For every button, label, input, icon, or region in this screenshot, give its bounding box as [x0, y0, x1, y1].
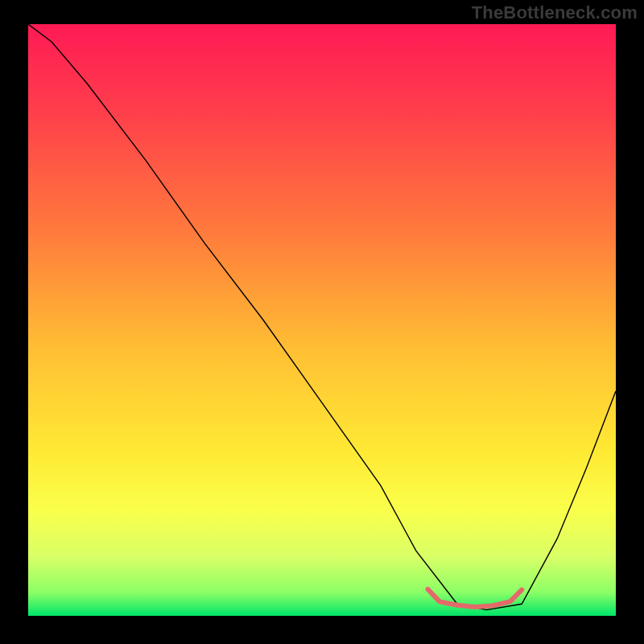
watermark-text: TheBottleneck.com: [472, 2, 638, 23]
gradient-background: [28, 24, 616, 616]
chart-frame: TheBottleneck.com: [0, 0, 644, 644]
chart-svg: [28, 24, 616, 616]
plot-area: [28, 24, 616, 616]
